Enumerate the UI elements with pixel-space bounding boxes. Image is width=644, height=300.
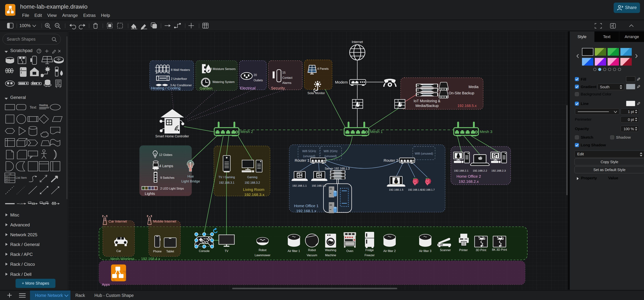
svg-text:12 Globes: 12 Globes	[159, 153, 172, 156]
svg-text:8 Wall Heaters: 8 Wall Heaters	[171, 68, 190, 71]
svg-text:Home Office 2: Home Office 2	[456, 174, 481, 178]
svg-text:Oven: Oven	[346, 249, 353, 252]
svg-text:Living Room: Living Room	[243, 187, 264, 192]
svg-text:192.168.1.6: 192.168.1.6	[408, 188, 422, 191]
svg-text:8 Moisture Sensors: 8 Moisture Sensors	[210, 67, 236, 71]
svg-text:Wifi (unused): Wifi (unused)	[415, 152, 433, 155]
svg-text:8K 3D Print: 8K 3D Print	[492, 248, 507, 251]
svg-text:Printer: Printer	[459, 248, 468, 252]
svg-text:Fridge: Fridge	[365, 248, 374, 252]
svg-text:192.168.2.3: 192.168.2.3	[491, 169, 506, 172]
svg-text:Tablet: Tablet	[166, 250, 174, 253]
svg-text:Machine: Machine	[325, 254, 336, 257]
svg-text:Air filter 1: Air filter 1	[288, 249, 300, 252]
svg-text:Smart Home Controller: Smart Home Controller	[155, 134, 189, 138]
svg-text:Hue: Hue	[188, 174, 194, 178]
svg-text:Mesh 2: Mesh 2	[240, 130, 253, 134]
svg-text:Washing: Washing	[325, 248, 336, 252]
svg-text:Mesh Wireless: Mesh Wireless	[110, 257, 134, 261]
svg-text:192.168.2.2: 192.168.2.2	[472, 169, 487, 172]
svg-text:192.168.3.2: 192.168.3.2	[244, 181, 260, 184]
svg-text:?: ?	[38, 50, 40, 53]
svg-text:192.168.1.7: 192.168.1.7	[421, 188, 435, 191]
svg-text:Heading: Heading	[39, 104, 48, 106]
svg-text:Robot: Robot	[259, 248, 266, 252]
svg-text:Scanner: Scanner	[440, 248, 451, 252]
svg-text:2 Underfloor: 2 Underfloor	[171, 77, 187, 80]
svg-text:2 LED Light Strips: 2 LED Light Strips	[160, 187, 184, 190]
svg-text:Electrical: Electrical	[240, 86, 256, 90]
svg-text:9 Switches: 9 Switches	[160, 176, 174, 179]
svg-text:Label: Label	[20, 203, 24, 205]
svg-text:Item 3: Item 3	[5, 181, 10, 182]
svg-text:List: List	[9, 173, 12, 175]
svg-text:192.168.1.5: 192.168.1.5	[389, 188, 403, 191]
svg-text:192.168.4.x: 192.168.4.x	[141, 257, 160, 261]
svg-text:192.168.3.x: 192.168.3.x	[244, 192, 264, 197]
svg-text:Security: Security	[271, 86, 285, 90]
svg-text:Mobile Internet: Mobile Internet	[153, 219, 176, 223]
svg-text:192.168.1.1: 192.168.1.1	[292, 184, 307, 187]
svg-text:Robot: Robot	[308, 248, 316, 252]
svg-text:Car: Car	[116, 249, 121, 252]
svg-text:Router 1: Router 1	[294, 158, 310, 162]
svg-text:Air filter 3: Air filter 3	[419, 249, 432, 252]
svg-text:Apps: Apps	[102, 282, 110, 286]
svg-text:Item 2: Item 2	[5, 178, 10, 180]
svg-text:Media/Backup: Media/Backup	[416, 104, 439, 108]
svg-text:Gaming: Gaming	[247, 176, 258, 179]
svg-text:Watering System: Watering System	[212, 80, 234, 84]
svg-text:192.168.2.x: 192.168.2.x	[459, 179, 479, 183]
svg-text:Console: Console	[199, 249, 210, 252]
svg-text:Car Internet: Car Internet	[108, 219, 127, 223]
svg-text:192.168.2.1: 192.168.2.1	[454, 169, 468, 172]
svg-text:Modem: Modem	[335, 80, 348, 84]
svg-text:Item 1: Item 1	[5, 176, 10, 178]
svg-text:Heating / Cooling: Heating / Cooling	[151, 86, 180, 90]
svg-text:Vacuum: Vacuum	[307, 254, 317, 257]
svg-text:(unused): (unused)	[303, 154, 315, 158]
svg-text:Solar Monitor: Solar Monitor	[307, 92, 325, 95]
svg-text:Light Bridge: Light Bridge	[181, 179, 200, 183]
svg-text:Phone: Phone	[153, 250, 162, 253]
svg-text:192.168.5.x: 192.168.5.x	[458, 104, 476, 108]
svg-text:Lawnmower: Lawnmower	[255, 254, 270, 257]
svg-text:TV / Gaming: TV / Gaming	[218, 176, 235, 179]
svg-text:Garden: Garden	[200, 86, 212, 90]
svg-text:192.168.1.2: 192.168.1.2	[312, 184, 326, 187]
svg-text:List Item: List Item	[16, 176, 27, 179]
svg-text:100%: 100%	[20, 23, 30, 28]
svg-text:Server 192.168.1.3: Server 192.168.1.3	[325, 167, 350, 170]
svg-text:3D Print: 3D Print	[476, 248, 486, 252]
svg-text:Contact: Contact	[282, 76, 292, 79]
svg-text:Alarms: Alarms	[282, 81, 292, 84]
svg-text:Wifi 2GHz: Wifi 2GHz	[324, 149, 338, 153]
svg-text:IoT Monitoring &: IoT Monitoring &	[414, 99, 440, 103]
svg-text:Text: Text	[30, 105, 36, 109]
svg-text:Mesh 3: Mesh 3	[480, 130, 492, 134]
svg-text:Freezer: Freezer	[364, 254, 375, 257]
svg-text:Internet: Internet	[352, 40, 363, 44]
svg-text:Home Office 1: Home Office 1	[294, 204, 318, 208]
svg-text:Mesh 1: Mesh 1	[370, 130, 383, 134]
svg-text:4 Lamps: 4 Lamps	[159, 164, 173, 168]
svg-text:Router 2: Router 2	[384, 158, 398, 162]
svg-text:Lights: Lights	[145, 191, 155, 196]
svg-text:20: 20	[254, 74, 257, 77]
svg-text:TV: TV	[225, 249, 228, 252]
svg-text:On-Site Backup: On-Site Backup	[448, 91, 474, 95]
svg-text:15: 15	[282, 71, 286, 74]
svg-text:192.168.1.x: 192.168.1.x	[296, 209, 316, 213]
svg-text:Wifi 5GHz: Wifi 5GHz	[302, 149, 316, 153]
svg-text:192.168.3.1: 192.168.3.1	[219, 181, 234, 184]
svg-text:Air filter 2: Air filter 2	[383, 249, 396, 252]
svg-text:(unused): (unused)	[324, 154, 337, 158]
svg-text:Media: Media	[468, 85, 478, 89]
svg-text:Outlets: Outlets	[254, 79, 263, 82]
svg-text:4 Panels: 4 Panels	[317, 67, 328, 70]
